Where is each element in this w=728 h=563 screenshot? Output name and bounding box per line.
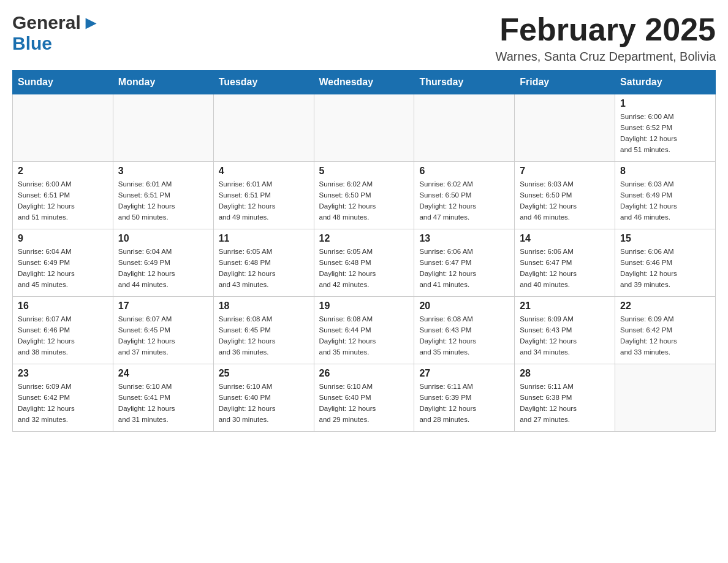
day-info: Sunrise: 6:01 AM Sunset: 6:51 PM Dayligh… — [219, 179, 309, 223]
calendar-cell — [515, 94, 615, 162]
day-number: 5 — [319, 166, 409, 177]
calendar-cell: 13Sunrise: 6:06 AM Sunset: 6:47 PM Dayli… — [414, 229, 515, 297]
header-saturday: Saturday — [615, 71, 716, 94]
day-info: Sunrise: 6:10 AM Sunset: 6:40 PM Dayligh… — [319, 381, 409, 425]
calendar-cell: 10Sunrise: 6:04 AM Sunset: 6:49 PM Dayli… — [113, 229, 213, 297]
calendar-cell: 2Sunrise: 6:00 AM Sunset: 6:51 PM Daylig… — [13, 162, 113, 229]
calendar-cell: 19Sunrise: 6:08 AM Sunset: 6:44 PM Dayli… — [314, 297, 414, 364]
day-number: 26 — [319, 368, 409, 379]
calendar-cell: 26Sunrise: 6:10 AM Sunset: 6:40 PM Dayli… — [314, 364, 414, 432]
day-info: Sunrise: 6:10 AM Sunset: 6:41 PM Dayligh… — [118, 381, 208, 425]
day-info: Sunrise: 6:02 AM Sunset: 6:50 PM Dayligh… — [419, 179, 509, 223]
day-info: Sunrise: 6:05 AM Sunset: 6:48 PM Dayligh… — [319, 247, 409, 290]
calendar-cell: 8Sunrise: 6:03 AM Sunset: 6:49 PM Daylig… — [615, 162, 716, 229]
calendar-cell — [213, 94, 314, 162]
logo-triangle-icon: ► — [82, 12, 100, 33]
day-number: 24 — [118, 368, 208, 379]
day-info: Sunrise: 6:07 AM Sunset: 6:46 PM Dayligh… — [18, 314, 108, 358]
day-number: 6 — [419, 166, 509, 177]
weekday-header-row: Sunday Monday Tuesday Wednesday Thursday… — [13, 71, 716, 94]
day-number: 28 — [520, 368, 610, 379]
day-info: Sunrise: 6:08 AM Sunset: 6:45 PM Dayligh… — [219, 314, 309, 358]
day-number: 3 — [118, 166, 208, 177]
calendar-cell: 25Sunrise: 6:10 AM Sunset: 6:40 PM Dayli… — [213, 364, 314, 432]
calendar-cell: 27Sunrise: 6:11 AM Sunset: 6:39 PM Dayli… — [414, 364, 515, 432]
day-number: 20 — [419, 301, 509, 312]
header-sunday: Sunday — [13, 71, 113, 94]
calendar-table: Sunday Monday Tuesday Wednesday Thursday… — [12, 70, 716, 432]
title-area: February 2025 Warnes, Santa Cruz Departm… — [496, 12, 716, 64]
day-number: 27 — [419, 368, 509, 379]
day-number: 11 — [219, 233, 309, 244]
day-number: 22 — [620, 301, 710, 312]
calendar-cell: 11Sunrise: 6:05 AM Sunset: 6:48 PM Dayli… — [213, 229, 314, 297]
day-number: 15 — [620, 233, 710, 244]
calendar-cell: 23Sunrise: 6:09 AM Sunset: 6:42 PM Dayli… — [13, 364, 113, 432]
day-info: Sunrise: 6:04 AM Sunset: 6:49 PM Dayligh… — [118, 247, 208, 290]
calendar-cell — [113, 94, 213, 162]
day-info: Sunrise: 6:10 AM Sunset: 6:40 PM Dayligh… — [219, 381, 309, 425]
calendar-cell: 16Sunrise: 6:07 AM Sunset: 6:46 PM Dayli… — [13, 297, 113, 364]
calendar-cell: 14Sunrise: 6:06 AM Sunset: 6:47 PM Dayli… — [515, 229, 615, 297]
calendar-cell: 9Sunrise: 6:04 AM Sunset: 6:49 PM Daylig… — [13, 229, 113, 297]
header-monday: Monday — [113, 71, 213, 94]
day-number: 23 — [18, 368, 108, 379]
day-number: 14 — [520, 233, 610, 244]
calendar-week-5: 23Sunrise: 6:09 AM Sunset: 6:42 PM Dayli… — [13, 364, 716, 432]
logo-general: General — [12, 12, 81, 33]
day-info: Sunrise: 6:07 AM Sunset: 6:45 PM Dayligh… — [118, 314, 208, 358]
calendar-cell: 21Sunrise: 6:09 AM Sunset: 6:43 PM Dayli… — [515, 297, 615, 364]
day-number: 7 — [520, 166, 610, 177]
day-number: 21 — [520, 301, 610, 312]
day-info: Sunrise: 6:06 AM Sunset: 6:47 PM Dayligh… — [419, 247, 509, 290]
calendar-cell: 7Sunrise: 6:03 AM Sunset: 6:50 PM Daylig… — [515, 162, 615, 229]
day-number: 16 — [18, 301, 108, 312]
calendar-cell: 6Sunrise: 6:02 AM Sunset: 6:50 PM Daylig… — [414, 162, 515, 229]
day-info: Sunrise: 6:06 AM Sunset: 6:46 PM Dayligh… — [620, 247, 710, 290]
calendar-cell: 22Sunrise: 6:09 AM Sunset: 6:42 PM Dayli… — [615, 297, 716, 364]
day-info: Sunrise: 6:03 AM Sunset: 6:50 PM Dayligh… — [520, 179, 610, 223]
header-thursday: Thursday — [414, 71, 515, 94]
day-number: 19 — [319, 301, 409, 312]
calendar-cell: 5Sunrise: 6:02 AM Sunset: 6:50 PM Daylig… — [314, 162, 414, 229]
day-info: Sunrise: 6:00 AM Sunset: 6:52 PM Dayligh… — [620, 112, 710, 155]
day-info: Sunrise: 6:09 AM Sunset: 6:42 PM Dayligh… — [18, 381, 108, 425]
header-friday: Friday — [515, 71, 615, 94]
day-info: Sunrise: 6:11 AM Sunset: 6:39 PM Dayligh… — [419, 381, 509, 425]
day-info: Sunrise: 6:11 AM Sunset: 6:38 PM Dayligh… — [520, 381, 610, 425]
calendar-cell: 17Sunrise: 6:07 AM Sunset: 6:45 PM Dayli… — [113, 297, 213, 364]
calendar-cell: 4Sunrise: 6:01 AM Sunset: 6:51 PM Daylig… — [213, 162, 314, 229]
calendar-cell: 1Sunrise: 6:00 AM Sunset: 6:52 PM Daylig… — [615, 94, 716, 162]
day-number: 4 — [219, 166, 309, 177]
page-header: General ► Blue February 2025 Warnes, San… — [12, 12, 716, 64]
calendar-cell: 20Sunrise: 6:08 AM Sunset: 6:43 PM Dayli… — [414, 297, 515, 364]
header-tuesday: Tuesday — [213, 71, 314, 94]
calendar-cell — [615, 364, 716, 432]
day-info: Sunrise: 6:09 AM Sunset: 6:42 PM Dayligh… — [620, 314, 710, 358]
day-info: Sunrise: 6:08 AM Sunset: 6:43 PM Dayligh… — [419, 314, 509, 358]
calendar-cell: 3Sunrise: 6:01 AM Sunset: 6:51 PM Daylig… — [113, 162, 213, 229]
day-number: 10 — [118, 233, 208, 244]
day-number: 1 — [620, 98, 710, 109]
day-info: Sunrise: 6:02 AM Sunset: 6:50 PM Dayligh… — [319, 179, 409, 223]
day-info: Sunrise: 6:03 AM Sunset: 6:49 PM Dayligh… — [620, 179, 710, 223]
calendar-cell: 18Sunrise: 6:08 AM Sunset: 6:45 PM Dayli… — [213, 297, 314, 364]
day-number: 25 — [219, 368, 309, 379]
location-subtitle: Warnes, Santa Cruz Department, Bolivia — [496, 50, 716, 64]
calendar-week-4: 16Sunrise: 6:07 AM Sunset: 6:46 PM Dayli… — [13, 297, 716, 364]
header-wednesday: Wednesday — [314, 71, 414, 94]
day-number: 18 — [219, 301, 309, 312]
calendar-cell — [13, 94, 113, 162]
calendar-cell: 28Sunrise: 6:11 AM Sunset: 6:38 PM Dayli… — [515, 364, 615, 432]
day-number: 9 — [18, 233, 108, 244]
day-number: 12 — [319, 233, 409, 244]
calendar-week-3: 9Sunrise: 6:04 AM Sunset: 6:49 PM Daylig… — [13, 229, 716, 297]
day-info: Sunrise: 6:00 AM Sunset: 6:51 PM Dayligh… — [18, 179, 108, 223]
calendar-cell: 24Sunrise: 6:10 AM Sunset: 6:41 PM Dayli… — [113, 364, 213, 432]
day-info: Sunrise: 6:06 AM Sunset: 6:47 PM Dayligh… — [520, 247, 610, 290]
day-number: 2 — [18, 166, 108, 177]
day-number: 8 — [620, 166, 710, 177]
day-info: Sunrise: 6:08 AM Sunset: 6:44 PM Dayligh… — [319, 314, 409, 358]
logo: General ► Blue — [12, 12, 100, 54]
calendar-week-2: 2Sunrise: 6:00 AM Sunset: 6:51 PM Daylig… — [13, 162, 716, 229]
